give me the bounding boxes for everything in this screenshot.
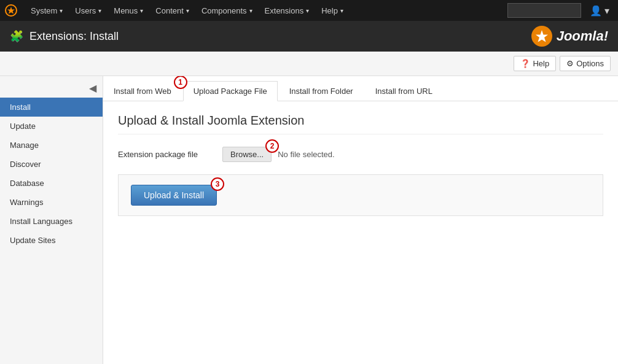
options-button[interactable]: ⚙ Options — [560, 56, 611, 71]
sidebar-item-warnings[interactable]: Warnings — [0, 193, 103, 212]
top-nav-right: 👤 ▾ — [507, 3, 613, 18]
file-status: No file selected. — [278, 150, 335, 159]
content-title: Upload & Install Joomla Extension — [118, 114, 603, 134]
browse-button[interactable]: Browse... — [222, 147, 272, 162]
tab-bar: Install from Web 1 Upload Package File I… — [103, 76, 618, 101]
sidebar-item-install[interactable]: Install — [0, 98, 103, 117]
browse-button-wrap: Browse... 2 — [222, 147, 272, 162]
main-layout: ◀ Install Update Manage Discover Databas… — [0, 76, 618, 364]
nav-components[interactable]: Components ▾ — [195, 0, 259, 21]
sidebar-item-update-sites[interactable]: Update Sites — [0, 231, 103, 250]
content-area: Install from Web 1 Upload Package File I… — [103, 76, 618, 364]
top-navigation: System ▾ Users ▾ Menus ▾ Content ▾ Compo… — [0, 0, 618, 21]
top-search-input[interactable] — [507, 3, 581, 18]
tab-install-from-folder[interactable]: Install from Folder — [279, 81, 364, 101]
nav-users-arrow: ▾ — [98, 7, 101, 14]
nav-help[interactable]: Help ▾ — [315, 0, 350, 21]
nav-users[interactable]: Users ▾ — [69, 0, 108, 21]
nav-help-arrow: ▾ — [340, 7, 343, 14]
nav-extensions[interactable]: Extensions ▾ — [259, 0, 316, 21]
sidebar-item-database[interactable]: Database — [0, 174, 103, 193]
extensions-icon: 🧩 — [10, 29, 23, 43]
file-label: Extension package file — [118, 150, 216, 159]
page-title: Extensions: Install — [29, 30, 119, 43]
sidebar-item-install-languages[interactable]: Install Languages — [0, 212, 103, 231]
tab-upload-package-file[interactable]: Upload Package File — [183, 81, 278, 101]
sidebar-toggle-area: ◀ — [0, 79, 103, 98]
user-menu-icon[interactable]: 👤 ▾ — [586, 5, 613, 17]
sidebar: ◀ Install Update Manage Discover Databas… — [0, 76, 103, 364]
nav-content-arrow: ▾ — [186, 7, 189, 14]
tab-install-from-web[interactable]: Install from Web 1 — [103, 81, 182, 101]
sidebar-item-update[interactable]: Update — [0, 117, 103, 136]
sidebar-item-discover[interactable]: Discover — [0, 155, 103, 174]
help-icon: ❓ — [520, 59, 530, 68]
help-button[interactable]: ❓ Help — [514, 56, 556, 71]
joomla-nav-logo[interactable] — [5, 4, 17, 17]
nav-menus[interactable]: Menus ▾ — [108, 0, 149, 21]
page-title-area: 🧩 Extensions: Install — [10, 29, 119, 43]
sidebar-toggle-button[interactable]: ◀ — [89, 82, 96, 94]
nav-system[interactable]: System ▾ — [25, 0, 69, 21]
nav-system-arrow: ▾ — [60, 7, 63, 14]
content-body: Upload & Install Joomla Extension Extens… — [103, 101, 618, 228]
upload-install-button[interactable]: Upload & Install — [131, 185, 217, 206]
brand-name: Joomla! — [557, 28, 608, 44]
upload-button-wrap: Upload & Install 3 — [131, 185, 217, 206]
options-icon: ⚙ — [566, 59, 574, 68]
nav-components-arrow: ▾ — [249, 7, 252, 14]
nav-menus-arrow: ▾ — [140, 7, 143, 14]
nav-extensions-arrow: ▾ — [306, 7, 309, 14]
tab-install-from-url[interactable]: Install from URL — [365, 81, 443, 101]
file-upload-row: Extension package file Browse... 2 No fi… — [118, 147, 603, 162]
upload-area: Upload & Install 3 — [118, 174, 603, 216]
header-bar: 🧩 Extensions: Install Joomla! — [0, 21, 618, 52]
joomla-brand: Joomla! — [531, 25, 608, 47]
toolbar: ❓ Help ⚙ Options — [0, 52, 618, 76]
nav-content[interactable]: Content ▾ — [149, 0, 195, 21]
sidebar-item-manage[interactable]: Manage — [0, 136, 103, 155]
